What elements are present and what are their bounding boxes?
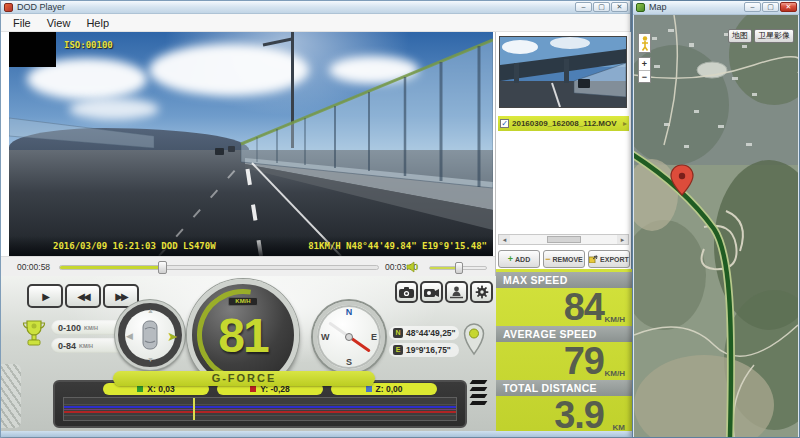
window-title: DOD Player (17, 1, 65, 14)
add-label: ADD (515, 256, 530, 263)
map-type-button[interactable]: 地图 (728, 29, 752, 43)
stats-panel: MAX SPEED 84 KM/H AVERAGE SPEED 79 KM/H … (495, 269, 632, 437)
osd-iso: ISO:00100 (64, 40, 113, 50)
map-track-button[interactable] (445, 281, 468, 303)
accel-unit: KM/H (84, 325, 98, 331)
seek-slider[interactable] (59, 265, 379, 270)
osd-timestamp: 2016/03/09 16:21:03 DOD LS470W (53, 241, 216, 251)
car-icon (141, 320, 159, 350)
speaker-icon[interactable] (406, 261, 420, 273)
osd-telemetry: 81KM/H N48°44'49.84" E19°9'15.48" (308, 241, 487, 251)
player-window: DOD Player – ▢ ✕ File View Help (0, 0, 631, 436)
map-window-title: Map (649, 1, 667, 14)
player-titlebar[interactable]: DOD Player – ▢ ✕ (1, 1, 630, 14)
seek-progress (60, 266, 162, 269)
pegman-icon (641, 36, 649, 51)
remove-icon: − (545, 254, 550, 264)
elapsed-time: 00:00:58 (17, 262, 50, 272)
remove-button[interactable]: − REMOVE (543, 250, 585, 268)
rewind-icon: ◀◀ (77, 291, 88, 302)
compass-cap (345, 333, 353, 341)
location-pin-icon (461, 322, 487, 358)
avg-speed-value: 79 (564, 340, 604, 383)
playlist-filename: 20160309_162008_112.MOV (512, 119, 617, 128)
play-button[interactable]: ▶ (27, 284, 63, 308)
graph-cursor[interactable] (193, 398, 195, 420)
max-speed-value: 84 (564, 286, 604, 329)
dashboard: ▶ ◀◀ ▶▶ (1, 276, 496, 431)
gps-coordinates: N 48°44'49,25" E 19°9'16,75" (389, 326, 459, 357)
add-button[interactable]: + ADD (498, 250, 540, 268)
scrollbar-thumb[interactable] (547, 236, 581, 243)
video-viewport[interactable]: ISO:00100 2016/03/09 16:21:03 DOD LS470W… (9, 32, 493, 256)
highway-scene (9, 32, 493, 256)
video-capture-button[interactable] (420, 281, 443, 303)
play-icon: ▶ (42, 291, 48, 302)
accel-range: 0-100 (58, 323, 81, 333)
menu-view[interactable]: View (39, 16, 79, 30)
y-line (64, 411, 456, 413)
menubar: File View Help (1, 14, 630, 32)
lon-icon: E (393, 345, 403, 355)
maximize-button[interactable]: ▢ (593, 2, 610, 12)
scroll-right-icon[interactable]: ▸ (617, 235, 628, 244)
menu-file[interactable]: File (5, 16, 39, 30)
z-value: Z: 0,00 (376, 384, 403, 394)
menu-help[interactable]: Help (78, 16, 117, 30)
graph-plot (63, 397, 457, 421)
close-button[interactable]: ✕ (611, 2, 628, 12)
volume-fill (430, 267, 457, 269)
export-label: EXPORT (600, 256, 629, 263)
compass-east: E (371, 332, 377, 342)
settings-button[interactable] (470, 281, 493, 303)
zoom-in-button[interactable]: + (639, 58, 650, 71)
seek-thumb[interactable] (158, 261, 167, 274)
timeline-bar: 00:00:58 00:03:00 (1, 256, 496, 276)
map-minimize-button[interactable]: – (744, 2, 761, 12)
desktop: DOD Player – ▢ ✕ File View Help (0, 0, 800, 438)
volume-slider[interactable] (429, 266, 487, 270)
pegman-control[interactable] (638, 33, 651, 53)
map-canvas[interactable]: + − 地图 卫星影像 (634, 15, 798, 437)
gear-icon (475, 285, 489, 299)
playlist-item[interactable]: ✓ 20160309_162008_112.MOV ▸ (498, 116, 629, 131)
map-window: Map – ▢ ✕ (632, 0, 800, 438)
export-button[interactable]: EXPORT (588, 250, 630, 268)
satellite-type-button[interactable]: 卫星影像 (754, 29, 794, 43)
x-line (64, 409, 456, 410)
satellite-map (634, 15, 798, 437)
item-marker-icon: ▸ (623, 119, 627, 128)
map-close-button[interactable]: ✕ (780, 2, 797, 12)
left-arrow-icon: ◀ (126, 331, 133, 341)
playlist-scrollbar[interactable]: ◂ ▸ (498, 234, 629, 245)
y-swatch (250, 386, 256, 392)
person-pin-icon (450, 286, 463, 299)
volume-thumb[interactable] (455, 262, 463, 274)
map-titlebar[interactable]: Map – ▢ ✕ (633, 1, 799, 15)
app-icon (4, 3, 13, 12)
remove-label: REMOVE (552, 256, 582, 263)
down-arrow-icon: ▼ (147, 356, 154, 363)
checkbox-checked[interactable]: ✓ (500, 119, 509, 128)
accel-unit: KM/H (79, 343, 93, 349)
map-zoom-control: + − (638, 57, 651, 83)
x-swatch (137, 386, 143, 392)
up-arrow-icon: ▲ (147, 307, 154, 314)
accel-range: 0-84 (58, 341, 76, 351)
z-swatch (366, 386, 372, 392)
compass: N E S W (313, 301, 385, 373)
gforce-graph: X: 0,03 Y: -0,28 Z: 0,00 (53, 380, 467, 428)
snapshot-button[interactable] (395, 281, 418, 303)
mirror-shadow (9, 32, 56, 67)
avg-speed-unit: KM/H (605, 369, 625, 378)
zoom-out-button[interactable]: − (639, 71, 650, 83)
rewind-button[interactable]: ◀◀ (65, 284, 101, 308)
compass-north: N (346, 307, 353, 317)
video-thumbnail[interactable] (499, 36, 627, 108)
compass-west: W (321, 332, 330, 342)
scroll-left-icon[interactable]: ◂ (499, 235, 510, 244)
minimize-button[interactable]: – (575, 2, 592, 12)
map-maximize-button[interactable]: ▢ (762, 2, 779, 12)
window-bottom-frame (1, 431, 632, 437)
add-icon: + (508, 254, 513, 264)
